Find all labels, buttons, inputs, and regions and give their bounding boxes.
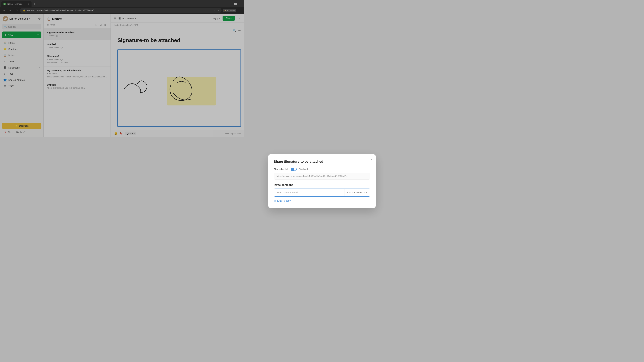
modal-overlay[interactable]: Share Signature-to be attached × Shareab… bbox=[0, 0, 244, 137]
